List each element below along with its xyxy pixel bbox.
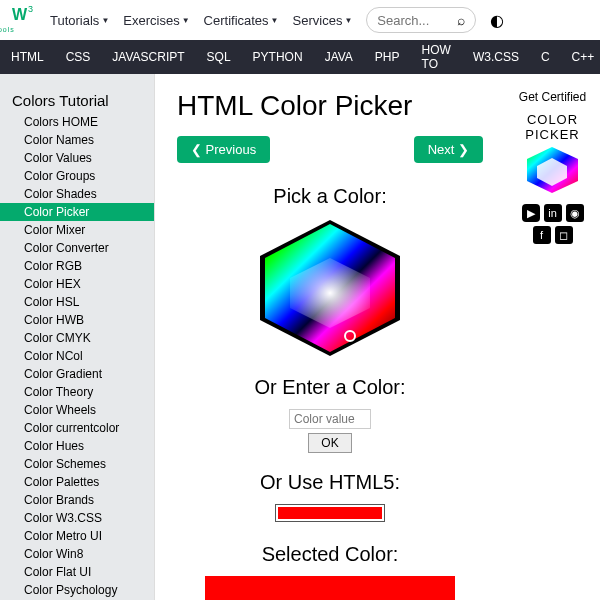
sidebar-item[interactable]: Color HWB — [16, 311, 154, 329]
sidebar-item[interactable]: Color Names — [16, 131, 154, 149]
sidebar-item[interactable]: Color Values — [16, 149, 154, 167]
top-bar: schools Tutorials▼ Exercises▼ Certificat… — [0, 0, 600, 40]
sidebar-item[interactable]: Color Psychology — [16, 581, 154, 599]
color-picker-promo-title: COLOR PICKER — [511, 112, 594, 142]
social-links: ▶ in ◉ f ◻ — [511, 204, 594, 244]
sidebar-item[interactable]: Color Shades — [16, 185, 154, 203]
sidebar-item[interactable]: Color currentcolor — [16, 419, 154, 437]
secnav-php[interactable]: PHP — [364, 40, 411, 74]
sidebar-item[interactable]: Color Groups — [16, 167, 154, 185]
sidebar-item[interactable]: Color Palettes — [16, 473, 154, 491]
topnav-tutorials[interactable]: Tutorials▼ — [46, 7, 113, 34]
sidebar-item[interactable]: Color HEX — [16, 275, 154, 293]
main-content: HTML Color Picker ❮ Previous Next ❯ Pick… — [155, 74, 505, 600]
sidebar-item[interactable]: Color Flat UI — [16, 563, 154, 581]
ok-button[interactable]: OK — [308, 433, 351, 453]
search-input[interactable] — [377, 13, 457, 28]
selected-color-swatch: Black Text Shadow — [205, 576, 455, 600]
discord-icon[interactable]: ◉ — [566, 204, 584, 222]
sidebar-item[interactable]: Color Gradient — [16, 365, 154, 383]
sidebar-item[interactable]: Color Metro UI — [16, 527, 154, 545]
topnav-certificates[interactable]: Certificates▼ — [200, 7, 283, 34]
secnav-c[interactable]: C — [530, 40, 561, 74]
facebook-icon[interactable]: f — [533, 226, 551, 244]
html5-color-input[interactable] — [275, 504, 385, 522]
secnav-sql[interactable]: SQL — [196, 40, 242, 74]
youtube-icon[interactable]: ▶ — [522, 204, 540, 222]
instagram-icon[interactable]: ◻ — [555, 226, 573, 244]
selected-color-label: Selected Color: — [177, 543, 483, 566]
topnav-services[interactable]: Services▼ — [289, 7, 357, 34]
sidebar-item[interactable]: Color Hues — [16, 437, 154, 455]
caret-down-icon: ▼ — [271, 16, 279, 25]
sidebar-item[interactable]: Color Brands — [16, 491, 154, 509]
sidebar-item[interactable]: Color NCol — [16, 347, 154, 365]
sidebar-item[interactable]: Color Mixer — [16, 221, 154, 239]
enter-color-label: Or Enter a Color: — [177, 376, 483, 399]
sidebar-item[interactable]: Color W3.CSS — [16, 509, 154, 527]
next-button[interactable]: Next ❯ — [414, 136, 483, 163]
sidebar-item[interactable]: Color RGB — [16, 257, 154, 275]
secnav-python[interactable]: PYTHON — [242, 40, 314, 74]
get-certified-link[interactable]: Get Certified — [511, 90, 594, 104]
linkedin-icon[interactable]: in — [544, 204, 562, 222]
caret-down-icon: ▼ — [344, 16, 352, 25]
page-title: HTML Color Picker — [177, 90, 483, 122]
sidebar-heading-tutorial: Colors Tutorial — [12, 92, 154, 109]
sidebar-item[interactable]: Color HSL — [16, 293, 154, 311]
theme-toggle-icon[interactable]: ◐ — [490, 11, 504, 30]
prev-button[interactable]: ❮ Previous — [177, 136, 270, 163]
sidebar-item[interactable]: Color Win8 — [16, 545, 154, 563]
caret-down-icon: ▼ — [182, 16, 190, 25]
html5-color-label: Or Use HTML5: — [177, 471, 483, 494]
secnav-html[interactable]: HTML — [0, 40, 55, 74]
color-value-input[interactable] — [289, 409, 371, 429]
sidebar: Colors Tutorial Colors HOMEColor NamesCo… — [0, 74, 155, 600]
right-column: Get Certified COLOR PICKER ▶ in ◉ f ◻ — [505, 74, 600, 600]
color-picker-promo-icon[interactable] — [525, 146, 580, 194]
sidebar-item[interactable]: Color CMYK — [16, 329, 154, 347]
secnav-java[interactable]: JAVA — [314, 40, 364, 74]
secnav-cpp[interactable]: C++ — [561, 40, 600, 74]
logo[interactable]: schools — [12, 6, 40, 34]
pick-color-label: Pick a Color: — [177, 185, 483, 208]
secnav-css[interactable]: CSS — [55, 40, 102, 74]
sidebar-item[interactable]: Color Converter — [16, 239, 154, 257]
secnav-w3css[interactable]: W3.CSS — [462, 40, 530, 74]
search-box[interactable]: ⌕ — [366, 7, 476, 33]
search-icon[interactable]: ⌕ — [457, 12, 465, 28]
sidebar-item[interactable]: Colors HOME — [16, 113, 154, 131]
topnav-exercises[interactable]: Exercises▼ — [119, 7, 193, 34]
color-hexagon[interactable] — [250, 218, 410, 358]
caret-down-icon: ▼ — [101, 16, 109, 25]
sidebar-item[interactable]: Color Wheels — [16, 401, 154, 419]
sidebar-item[interactable]: Color Theory — [16, 383, 154, 401]
sidebar-item[interactable]: Color Schemes — [16, 455, 154, 473]
secondary-nav: HTML CSS JAVASCRIPT SQL PYTHON JAVA PHP … — [0, 40, 600, 74]
secnav-javascript[interactable]: JAVASCRIPT — [101, 40, 195, 74]
sidebar-item[interactable]: Color Picker — [0, 203, 154, 221]
secnav-howto[interactable]: HOW TO — [411, 40, 462, 74]
